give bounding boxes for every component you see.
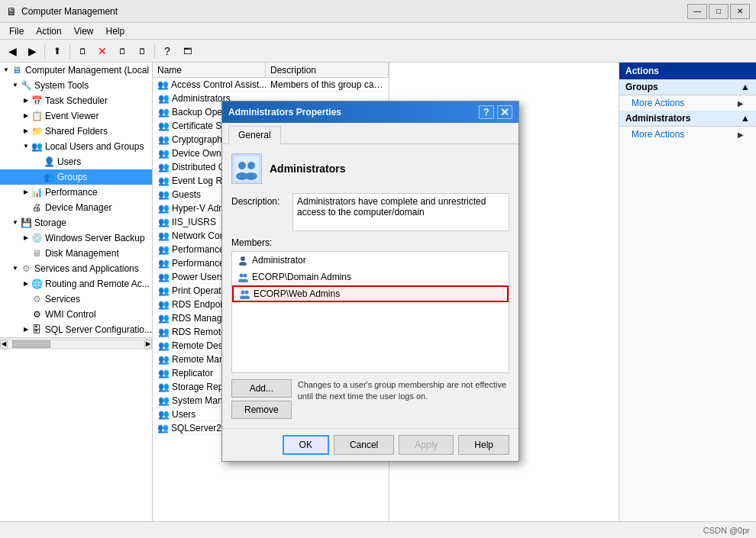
tree-label: Groups (57, 171, 87, 183)
tree-arrow[interactable]: ▼ (21, 142, 31, 151)
actions-section-administrators[interactable]: Administrators ▲ (619, 111, 756, 127)
menu-action[interactable]: Action (30, 24, 67, 38)
refresh-button[interactable]: 🗒 (133, 43, 151, 60)
services-apps-icon: ⚙ (20, 263, 32, 275)
group-icon: 👥 (157, 161, 170, 173)
group-icon: 👥 (157, 340, 170, 352)
maximize-button[interactable]: □ (709, 4, 729, 19)
group-icon: 👥 (157, 106, 170, 118)
storage-icon: 💾 (20, 217, 32, 229)
tree-arrow[interactable]: ▶ (21, 127, 31, 136)
ok-button[interactable]: OK (283, 435, 329, 455)
svg-point-2 (247, 162, 255, 169)
tree-label: Users (57, 156, 81, 168)
tree-arrow[interactable]: ▶ (21, 234, 31, 243)
user-small-icon (237, 254, 249, 266)
tree-label: Windows Server Backup (45, 232, 145, 244)
tree-label: Storage (34, 217, 66, 229)
tab-general[interactable]: General (228, 126, 281, 144)
up-button[interactable]: ⬆ (48, 43, 66, 60)
group-icon: 👥 (157, 326, 170, 338)
tree-item-users[interactable]: 👤 Users (0, 154, 152, 169)
tree-panel: ▼ 🖥 Computer Management (Local ▼ 🔧 Syste… (0, 63, 153, 521)
tree-arrow[interactable]: ▶ (21, 111, 31, 121)
dialog-help-icon-button[interactable]: ? (479, 105, 494, 119)
col-header-description[interactable]: Description (266, 63, 389, 77)
group-icon: 👥 (157, 79, 169, 91)
tree-arrow[interactable]: ▶ (21, 325, 31, 334)
tree-arrow[interactable]: ▼ (11, 264, 20, 273)
close-button[interactable]: ✕ (730, 4, 750, 19)
tree-item-routing[interactable]: ▶ 🌐 Routing and Remote Ac... (0, 276, 152, 292)
tree-item-disk-mgmt[interactable]: 🖥 Disk Management (0, 246, 152, 261)
administrators-properties-dialog: Administrators Properties ? ✕ General (221, 101, 519, 462)
properties-button[interactable]: 🗒 (113, 43, 131, 60)
tree-item-storage[interactable]: ▼ 💾 Storage (0, 215, 152, 230)
show-hide-button[interactable]: 🗒 (73, 43, 92, 60)
actions-admins-more[interactable]: More Actions ▶ (619, 127, 756, 142)
tree-item-local-users[interactable]: ▼ 👥 Local Users and Groups (0, 139, 152, 154)
group-icon: 👥 (157, 175, 170, 187)
back-button[interactable]: ◀ (3, 43, 21, 60)
tree-label: Event Viewer (45, 110, 99, 122)
computer-icon: 🖥 (11, 64, 23, 76)
tree-arrow[interactable]: ▶ (21, 188, 31, 197)
dialog-description-field[interactable] (292, 193, 509, 231)
minimize-button[interactable]: — (687, 4, 707, 19)
col-header-name[interactable]: Name (153, 63, 266, 77)
tree-item-task-scheduler[interactable]: ▶ 📅 Task Scheduler (0, 93, 152, 108)
cancel-button[interactable]: Cancel (334, 435, 394, 455)
tree-item-services[interactable]: ⚙ Services (0, 292, 152, 307)
tree-item-device-manager[interactable]: 🖨 Device Manager (0, 200, 152, 215)
tree-arrow[interactable]: ▼ (2, 66, 11, 75)
tree-item-wmi[interactable]: ⚙ WMI Control (0, 307, 152, 322)
help-toolbar-button[interactable]: ? (158, 43, 176, 60)
tree-item-sql[interactable]: ▶ 🗄 SQL Server Configuratio... (0, 322, 152, 337)
tree-item-shared-folders[interactable]: ▶ 📁 Shared Folders (0, 124, 152, 139)
dialog-close-button[interactable]: ✕ (497, 105, 512, 119)
add-member-button[interactable]: Add... (231, 379, 292, 398)
group-icon: 👥 (157, 243, 170, 256)
delete-button[interactable]: ✕ (93, 43, 111, 60)
apply-button[interactable]: Apply (399, 435, 454, 455)
dialog-title: Administrators Properties (228, 107, 479, 118)
scroll-right-btn[interactable]: ▶ (144, 339, 152, 350)
tree-arrow[interactable]: ▶ (21, 96, 31, 105)
menu-view[interactable]: View (68, 24, 100, 38)
group-icon: 👥 (157, 353, 170, 366)
tree-item-computer-management[interactable]: ▼ 🖥 Computer Management (Local (0, 63, 152, 78)
backup-icon: 💿 (31, 232, 43, 244)
tree-item-services-apps[interactable]: ▼ ⚙ Services and Applications (0, 261, 152, 276)
svg-point-10 (242, 279, 248, 283)
tree-arrow[interactable]: ▼ (11, 218, 20, 227)
tree-item-event-viewer[interactable]: ▶ 📋 Event Viewer (0, 108, 152, 124)
forward-button[interactable]: ▶ (23, 43, 41, 60)
group-icon: 👥 (157, 408, 170, 420)
tree-arrow-placeholder (21, 310, 31, 319)
actions-groups-more[interactable]: More Actions ▶ (619, 95, 756, 111)
tree-item-groups[interactable]: 👥 Groups (0, 169, 152, 185)
group-icon: 👥 (157, 147, 170, 159)
scroll-left-btn[interactable]: ◀ (0, 339, 8, 350)
tree-label: Disk Management (45, 247, 119, 259)
member-web-admins[interactable]: ECORP\Web Admins (232, 285, 509, 302)
tree-item-performance[interactable]: ▶ 📊 Performance (0, 185, 152, 200)
tree-item-win-backup[interactable]: ▶ 💿 Windows Server Backup (0, 230, 152, 246)
tree-label: SQL Server Configuratio... (45, 324, 152, 336)
menu-help[interactable]: Help (100, 24, 131, 38)
list-item[interactable]: 👥 Access Control Assist... Members of th… (153, 78, 389, 92)
remove-member-button[interactable]: Remove (231, 401, 292, 419)
tree-arrow[interactable]: ▼ (11, 81, 20, 90)
member-domain-admins[interactable]: ECORP\Domain Admins (232, 269, 509, 285)
tree-arrow[interactable]: ▶ (21, 279, 31, 288)
member-name: ECORP\Domain Admins (252, 272, 351, 282)
tree-item-system-tools[interactable]: ▼ 🔧 System Tools (0, 78, 152, 93)
tree-label: System Tools (34, 79, 89, 92)
tree-arrow-placeholder (21, 295, 31, 304)
actions-section-groups[interactable]: Groups ▲ (619, 79, 756, 95)
mmc-button[interactable]: 🗔 (178, 43, 196, 60)
group-small-icon (237, 271, 249, 283)
member-administrator[interactable]: Administrator (232, 252, 509, 269)
menu-file[interactable]: File (3, 24, 30, 38)
help-button[interactable]: Help (458, 435, 509, 455)
